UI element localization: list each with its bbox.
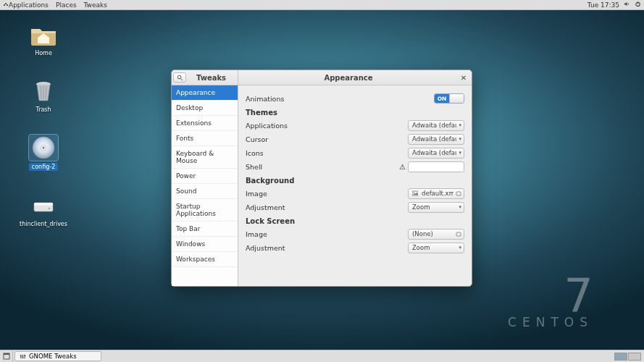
ls-image-filebutton[interactable]: (None)	[408, 229, 464, 240]
ls-adjustment-label: Adjustment	[246, 244, 408, 252]
bottom-panel: GNOME Tweaks	[0, 350, 644, 362]
window-title: Appearance	[324, 74, 372, 82]
folder-home-icon	[29, 22, 58, 48]
sidebar-item-keyboard-mouse[interactable]: Keyboard & Mouse	[172, 146, 238, 169]
taskbar-item-label: GNOME Tweaks	[29, 353, 77, 360]
desktop-icon-label: Home	[35, 50, 52, 56]
top-bar: Applications Places Tweaks Tue 17:35	[0, 0, 644, 10]
svg-point-14	[49, 208, 50, 209]
switch-on-label: ON	[435, 94, 449, 103]
theme-applications-label: Applications	[246, 122, 408, 130]
theme-icons-label: Icons	[246, 149, 408, 157]
themes-heading: Themes	[246, 109, 464, 117]
desktop-icon-label: config-2	[29, 163, 58, 171]
desktop-icon-trash[interactable]: Trash	[22, 78, 65, 113]
theme-shell-combo[interactable]	[408, 161, 464, 172]
sidebar: Appearance Desktop Extensions Fonts Keyb…	[172, 85, 238, 286]
bg-adjustment-label: Adjustment	[246, 203, 408, 211]
drive-icon	[29, 193, 58, 219]
sidebar-item-extensions[interactable]: Extensions	[172, 116, 238, 131]
svg-point-24	[20, 355, 22, 356]
taskbar-item-tweaks[interactable]: GNOME Tweaks	[14, 351, 101, 361]
show-desktop-button[interactable]	[0, 350, 13, 362]
sidebar-item-startup-apps[interactable]: Startup Applications	[172, 199, 238, 222]
clock-label[interactable]: Tue 17:35	[587, 1, 619, 9]
background-heading: Background	[246, 177, 464, 185]
bg-image-label: Image	[246, 190, 408, 198]
svg-line-16	[180, 78, 183, 80]
workspace-1[interactable]	[614, 353, 627, 361]
desktop-icon-thinclient[interactable]: thinclient_drives	[22, 193, 65, 227]
sidebar-item-desktop[interactable]: Desktop	[172, 101, 238, 116]
search-icon	[177, 75, 183, 81]
centos-watermark: 7 CENTOS	[508, 278, 593, 329]
chevron-down-icon: ▾	[459, 245, 461, 251]
svg-rect-19	[456, 192, 461, 195]
power-icon[interactable]	[635, 1, 641, 9]
close-button[interactable]: ✕	[459, 72, 469, 83]
bg-image-filebutton[interactable]: default.xml	[408, 188, 464, 199]
chevron-down-icon: ▾	[459, 204, 461, 210]
folder-open-icon	[456, 190, 461, 196]
volume-icon[interactable]	[624, 1, 630, 9]
image-file-icon	[412, 190, 418, 196]
theme-cursor-combo[interactable]: Adwaita (default) ▾	[408, 134, 464, 145]
chevron-down-icon: ▾	[459, 122, 461, 128]
ls-image-label: Image	[246, 230, 408, 238]
trash-icon	[29, 78, 58, 104]
theme-applications-combo[interactable]: Adwaita (default) ▾	[408, 120, 464, 131]
menu-applications[interactable]: Applications	[9, 1, 49, 9]
svg-point-18	[414, 192, 415, 193]
desktop-icon-config2[interactable]: config-2	[22, 135, 65, 171]
bg-adjustment-combo[interactable]: Zoom ▾	[408, 202, 464, 213]
animations-label: Animations	[246, 95, 434, 103]
svg-point-15	[177, 75, 181, 79]
activities-icon[interactable]	[3, 2, 9, 8]
window-header[interactable]: Tweaks Appearance ✕	[172, 70, 472, 85]
desktop-icon-home[interactable]: Home	[22, 22, 65, 56]
desktop-icons: Home Trash config-2 thinclient_drives	[22, 22, 65, 227]
search-button[interactable]	[173, 72, 186, 83]
appearance-panel: Animations ON Themes Applications Adwait…	[238, 85, 472, 286]
theme-shell-label: Shell	[246, 163, 399, 171]
folder-open-icon	[456, 231, 461, 237]
ls-adjustment-combo[interactable]: Zoom ▾	[408, 243, 464, 253]
switch-knob	[449, 94, 464, 103]
svg-rect-2	[7, 4, 8, 6]
theme-cursor-label: Cursor	[246, 135, 408, 143]
window-title-left: Tweaks	[188, 74, 238, 82]
workspace-pager[interactable]	[614, 353, 641, 361]
desktop-background: Applications Places Tweaks Tue 17:35 Hom…	[0, 0, 644, 362]
tweaks-icon	[20, 353, 26, 360]
svg-rect-22	[4, 353, 9, 355]
svg-rect-13	[34, 203, 53, 206]
close-icon: ✕	[461, 74, 467, 82]
svg-rect-20	[456, 232, 461, 236]
sidebar-item-top-bar[interactable]: Top Bar	[172, 222, 238, 237]
lockscreen-heading: Lock Screen	[246, 217, 464, 225]
sidebar-item-windows[interactable]: Windows	[172, 237, 238, 252]
theme-icons-combo[interactable]: Adwaita (default) ▾	[408, 148, 464, 159]
sidebar-item-sound[interactable]: Sound	[172, 184, 238, 199]
warning-icon: ⚠	[399, 163, 406, 171]
disc-icon	[29, 135, 58, 161]
menu-active-app[interactable]: Tweaks	[84, 1, 107, 9]
workspace-2[interactable]	[628, 353, 641, 361]
sidebar-item-appearance[interactable]: Appearance	[172, 85, 238, 101]
desktop-icon-label: Trash	[35, 106, 51, 113]
desktop-icon-label: thinclient_drives	[20, 221, 67, 227]
svg-point-11	[43, 147, 45, 149]
show-desktop-icon	[3, 353, 10, 360]
sidebar-item-power[interactable]: Power	[172, 169, 238, 184]
chevron-down-icon: ▾	[459, 150, 461, 156]
svg-rect-0	[4, 4, 5, 6]
sidebar-item-fonts[interactable]: Fonts	[172, 131, 238, 146]
animations-switch[interactable]: ON	[434, 93, 464, 104]
sidebar-item-workspaces[interactable]: Workspaces	[172, 252, 238, 267]
svg-rect-1	[5, 3, 7, 4]
tweaks-window: Tweaks Appearance ✕ Appearance Desktop E…	[171, 70, 472, 287]
svg-point-26	[22, 356, 23, 358]
svg-point-28	[24, 355, 25, 356]
menu-places[interactable]: Places	[56, 1, 77, 9]
chevron-down-icon: ▾	[459, 136, 461, 142]
